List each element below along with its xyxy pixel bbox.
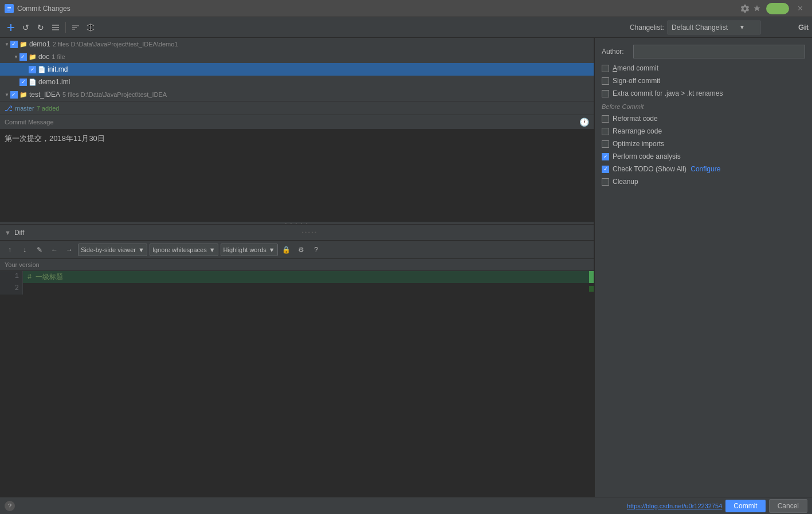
optimize-imports-checkbox[interactable] [602,140,609,148]
perform-analysis-checkbox[interactable]: ✓ [602,153,609,160]
file-tree: ▼ ✓ 📁 demo1 2 files D:\Data\JavaProject\… [0,38,594,101]
line-num-2: 2 [0,283,23,295]
demo1iml-checkbox[interactable]: ✓ [19,79,27,86]
branch-icon: ⎇ [5,104,13,112]
line-num-1: 1 [0,271,23,283]
collapse-diff-button[interactable] [84,21,97,34]
iml-icon: 📄 [29,79,37,86]
sign-off-row: Sign-off commit [602,77,805,85]
amend-commit-checkbox[interactable] [602,65,609,72]
bottom-bar-left: ? [5,501,15,511]
title-bar: Commit Changes × [0,0,812,17]
reformat-code-row: Reformat code [602,115,805,123]
tree-item-doc[interactable]: ▼ ✓ 📁 doc 1 file [0,50,594,63]
prev-change-button[interactable]: ↑ [3,244,16,256]
left-panel: ▼ ✓ 📁 demo1 2 files D:\Data\JavaProject\… [0,38,594,497]
tree-item-test-idea[interactable]: ▼ ✓ 📁 test_IDEA 5 files D:\Data\JavaProj… [0,88,594,101]
highlight-value: Highlight words [223,246,266,253]
main-area: ▼ ✓ 📁 demo1 2 files D:\Data\JavaProject\… [0,38,812,497]
tree-item-demo1[interactable]: ▼ ✓ 📁 demo1 2 files D:\Data\JavaProject\… [0,38,594,50]
reformat-code-checkbox[interactable] [602,115,609,123]
commit-message-section: Commit Message 🕐 [0,115,594,221]
bottom-bar-right: https://blog.csdn.net/u0r12232754 Commit… [627,499,807,513]
svg-rect-1 [7,7,11,8]
cleanup-row: Cleanup [602,178,805,186]
author-field: Author: [602,45,805,58]
changelist-value: Default Changelist [672,23,728,32]
svg-rect-2 [7,9,11,9]
amend-commit-label: Amend commit [613,64,658,72]
expand-diff-button[interactable] [69,21,83,34]
help-button[interactable]: ? [5,501,15,511]
svg-rect-6 [52,29,59,30]
optimize-imports-row: Optimize imports [602,140,805,148]
refresh-button[interactable]: ↻ [34,21,48,34]
perform-analysis-row: ✓ Perform code analysis [602,152,805,160]
collapse-all-button[interactable] [49,21,62,34]
commit-message-input[interactable] [0,129,594,221]
tree-item-demo1-iml[interactable]: ✓ 📄 demo1.iml [0,76,594,88]
doc-info: 1 file [52,53,65,60]
doc-checkbox[interactable]: ✓ [19,53,27,61]
commit-button[interactable]: Commit [725,500,765,512]
back-button[interactable]: ← [48,244,61,256]
initmd-name: init.md [48,65,68,73]
extra-commit-row: Extra commit for .java > .kt renames [602,89,805,97]
diff-line-1: 1 # 一级标题 [0,271,594,283]
diff-line-2: 2 [0,283,594,295]
perform-analysis-label: Perform code analysis [613,152,681,160]
markdown-icon: 📄 [38,66,46,73]
rearrange-code-checkbox[interactable] [602,128,609,135]
folder-icon: 📁 [19,41,28,48]
cleanup-label: Cleanup [613,178,638,186]
highlight-dropdown[interactable]: Highlight words ▼ [221,244,278,256]
initmd-checkbox[interactable]: ✓ [29,66,36,73]
diff-toolbar: ↑ ↓ ✎ ← → Side-by-side viewer ▼ Ignore w… [0,241,594,259]
collapse-diff-icon[interactable]: ▼ [5,229,11,236]
add-button[interactable] [4,21,18,34]
dropdown-arrow: ▼ [739,24,745,30]
pin-icon [752,4,762,13]
amend-commit-row: Amend commit [602,64,805,72]
diff-header: ▼ Diff • • • • • [0,225,594,241]
commit-message-header: Commit Message 🕐 [0,115,594,129]
logo-icon [766,3,789,14]
edit-button[interactable]: ✎ [33,244,46,256]
added-badge: 7 added [37,105,60,112]
testidea-checkbox[interactable]: ✓ [10,91,18,99]
svg-rect-5 [52,27,59,28]
extra-commit-checkbox[interactable] [602,90,609,97]
diff-section: ▼ Diff • • • • • ↑ ↓ ✎ ← → Side-by-side … [0,225,594,497]
forward-button[interactable]: → [63,244,76,256]
rearrange-code-row: Rearrange code [602,127,805,135]
change-indicator-2 [589,286,594,292]
sign-off-checkbox[interactable] [602,77,609,85]
testidea-info: 5 files D:\Data\JavaProject\test_IDEA [62,91,167,98]
expand-triangle: ▼ [5,42,9,47]
author-input[interactable] [633,45,805,58]
gear-icon[interactable] [740,3,750,14]
lock-button[interactable]: 🔒 [280,244,293,256]
check-todo-checkbox[interactable]: ✓ [602,166,609,173]
doc-name: doc [38,53,49,61]
diff-help-button[interactable]: ? [310,244,323,256]
close-button[interactable]: × [794,2,806,15]
line-content-1: # 一级标题 [23,271,589,283]
configure-link[interactable]: Configure [691,165,720,173]
cancel-button[interactable]: Cancel [769,499,807,513]
optimize-imports-label: Optimize imports [613,140,664,148]
viewer-dropdown[interactable]: Side-by-side viewer ▼ [78,244,147,256]
rollback-button[interactable]: ↺ [19,21,33,34]
whitespace-dropdown[interactable]: Ignore whitespaces ▼ [150,244,218,256]
changelist-dropdown[interactable]: Default Changelist ▼ [668,21,760,34]
commit-message-label: Commit Message [5,119,54,125]
demo1-checkbox[interactable]: ✓ [10,41,18,48]
diff-resize-handle[interactable]: • • • • • [29,230,589,236]
demo1-info: 2 files D:\Data\JavaProject\test_IDEA\de… [53,41,178,48]
cleanup-checkbox[interactable] [602,178,609,186]
settings-button[interactable]: ⚙ [295,244,308,256]
right-panel: Author: Amend commit Sign-off commit Ext… [594,38,812,497]
next-change-button[interactable]: ↓ [18,244,31,256]
tree-item-init-md[interactable]: ✓ 📄 init.md [0,63,594,76]
top-toolbar: ↺ ↻ Changelist: Default Changelist ▼ Git [0,17,812,38]
